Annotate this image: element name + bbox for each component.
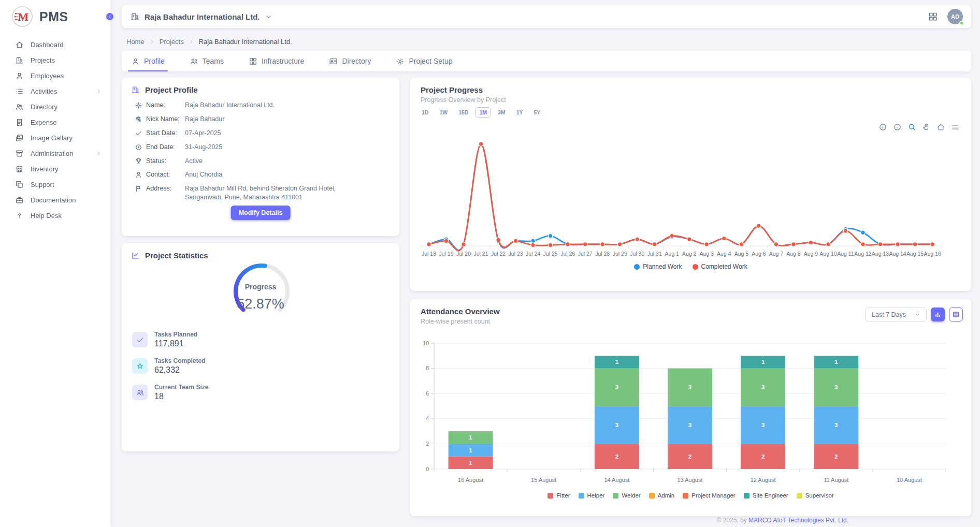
- svg-text:1: 1: [761, 359, 765, 365]
- avatar[interactable]: AD: [947, 9, 963, 24]
- sidebar-item-documentation[interactable]: Documentation: [0, 192, 110, 208]
- sidebar-item-label: Dashboard: [31, 41, 64, 49]
- svg-text:1: 1: [469, 434, 472, 441]
- stat-label: Tasks Planned: [154, 331, 197, 338]
- legend-label: Fitter: [556, 492, 570, 499]
- sidebar-item-employees[interactable]: Employees: [0, 68, 110, 83]
- svg-text:Aug 13: Aug 13: [872, 251, 889, 257]
- tab-project-setup[interactable]: Project Setup: [393, 51, 455, 71]
- sidebar-item-inventory[interactable]: Inventory: [0, 161, 110, 177]
- building-icon: [15, 56, 24, 65]
- sidebar-item-dashboard[interactable]: Dashboard: [0, 37, 110, 52]
- stat-label: Current Team Size: [154, 384, 208, 391]
- sidebar-item-help-desk[interactable]: Help Desk: [0, 208, 110, 223]
- star-icon: [136, 362, 145, 371]
- tab-directory[interactable]: Directory: [326, 51, 374, 71]
- sidebar-item-expense[interactable]: Expense: [0, 114, 110, 130]
- modify-details-button[interactable]: Modify Details: [231, 206, 291, 220]
- profile-field-name: Name:Raja Bahadur International Ltd.: [135, 101, 390, 110]
- breadcrumb-item-home[interactable]: Home: [126, 38, 145, 46]
- legend-label: Site Engineer: [753, 492, 788, 499]
- project-progress-title: Project Progress: [421, 85, 483, 94]
- svg-text:12 August: 12 August: [751, 477, 776, 483]
- range-button-1w[interactable]: 1W: [435, 107, 452, 118]
- range-button-1y[interactable]: 1Y: [512, 107, 527, 118]
- gauge-value: 52.87%: [122, 296, 399, 312]
- card-title: Project Progress: [410, 78, 971, 94]
- legend-admin[interactable]: Admin: [649, 492, 675, 499]
- legend-site-engineer[interactable]: Site Engineer: [744, 492, 788, 499]
- range-button-1d[interactable]: 1D: [417, 107, 433, 118]
- profile-field-status: Status:Active: [135, 157, 390, 166]
- bar-view-button[interactable]: [931, 308, 945, 321]
- chevron-down-icon: [914, 311, 921, 318]
- svg-text:2: 2: [688, 453, 691, 460]
- chevron-right-icon: [95, 88, 102, 95]
- legend-helper[interactable]: Helper: [579, 492, 605, 499]
- svg-text:2: 2: [615, 453, 618, 460]
- svg-text:10 August: 10 August: [897, 477, 922, 483]
- header: Raja Bahadur International Ltd. AD: [122, 5, 971, 28]
- range-button-1m[interactable]: 1M: [475, 107, 491, 118]
- building-icon: [130, 12, 140, 22]
- stat-tasks-completed: Tasks Completed62,332: [132, 357, 208, 375]
- chart-line-icon: [131, 251, 140, 260]
- attendance-bar-chart[interactable]: 024681011116 August15 August233114 Augus…: [410, 328, 971, 489]
- sidebar-collapse-button[interactable]: [105, 11, 115, 22]
- tab-label: Directory: [342, 57, 371, 65]
- field-label: Contact:: [146, 170, 185, 179]
- sidebar-item-directory[interactable]: Directory: [0, 99, 110, 114]
- online-status-dot: [959, 21, 964, 25]
- legend-supervisor[interactable]: Supervisor: [797, 492, 834, 499]
- apps-grid-button[interactable]: [928, 11, 938, 22]
- sidebar-item-image-gallary[interactable]: Image Gallary: [0, 130, 110, 145]
- svg-text:0: 0: [426, 466, 429, 472]
- project-statistics-title: Project Statistics: [145, 251, 208, 260]
- breadcrumb-item-projects[interactable]: Projects: [160, 38, 184, 46]
- svg-text:Aug 14: Aug 14: [889, 251, 906, 257]
- chevron-right-icon: [188, 38, 195, 45]
- sidebar-item-administration[interactable]: Administration: [0, 145, 110, 161]
- project-statistics-card: Project Statistics Progress 52.87% Tasks…: [122, 243, 399, 451]
- sidebar-item-label: Inventory: [31, 165, 58, 173]
- field-value: Raja Bahadur Mill Rd, behind Sheraton Gr…: [185, 184, 361, 202]
- range-button-15d[interactable]: 15D: [454, 107, 472, 118]
- range-button-5y[interactable]: 5Y: [529, 107, 544, 118]
- company-name: Raja Bahadur International Ltd.: [145, 12, 260, 21]
- svg-text:6: 6: [426, 390, 429, 397]
- stat-icon-box: [132, 358, 148, 374]
- tab-infrastructure[interactable]: Infrastructure: [246, 51, 307, 71]
- legend-planned-work[interactable]: Planned Work: [634, 263, 682, 270]
- svg-text:2: 2: [426, 441, 429, 447]
- legend-label: Admin: [658, 492, 675, 499]
- company-selector[interactable]: Raja Bahadur International Ltd.: [130, 12, 272, 22]
- stat-current-team-size: Current Team Size18: [132, 384, 208, 401]
- svg-text:Jul 22: Jul 22: [491, 251, 506, 257]
- project-profile-title: Project Profile: [145, 85, 198, 94]
- chevron-right-icon: [95, 150, 102, 157]
- project-progress-chart[interactable]: Jul 18Jul 19Jul 20Jul 21Jul 22Jul 23Jul …: [410, 129, 971, 263]
- field-value: Active: [185, 157, 361, 166]
- svg-text:3: 3: [761, 422, 765, 428]
- sidebar-item-label: Administration: [31, 150, 73, 157]
- chevron-right-icon: [149, 38, 155, 45]
- legend-project-manager[interactable]: Project Manager: [683, 492, 735, 499]
- logo: M PMS: [0, 0, 110, 34]
- sidebar-item-support[interactable]: Support: [0, 177, 110, 192]
- tab-profile[interactable]: Profile: [128, 51, 168, 71]
- svg-text:Aug 11: Aug 11: [837, 251, 854, 257]
- legend-fitter[interactable]: Fitter: [547, 492, 570, 499]
- legend-label: Welder: [622, 492, 640, 499]
- table-view-button[interactable]: [949, 308, 963, 321]
- svg-text:15 August: 15 August: [531, 477, 556, 483]
- date-range-select[interactable]: Last 7 Days: [865, 308, 927, 321]
- sidebar-item-activities[interactable]: Activities: [0, 83, 110, 99]
- tab-teams[interactable]: Teams: [186, 51, 227, 71]
- range-button-3m[interactable]: 3M: [494, 107, 510, 118]
- sidebar-item-projects[interactable]: Projects: [0, 52, 110, 68]
- svg-text:1: 1: [834, 359, 838, 365]
- legend-welder[interactable]: Welder: [613, 492, 640, 499]
- svg-text:Jul 23: Jul 23: [509, 251, 523, 257]
- legend-completed-work[interactable]: Completed Work: [693, 263, 747, 270]
- company-link[interactable]: MARCO AIoT Technologies Pvt. Ltd.: [748, 517, 848, 524]
